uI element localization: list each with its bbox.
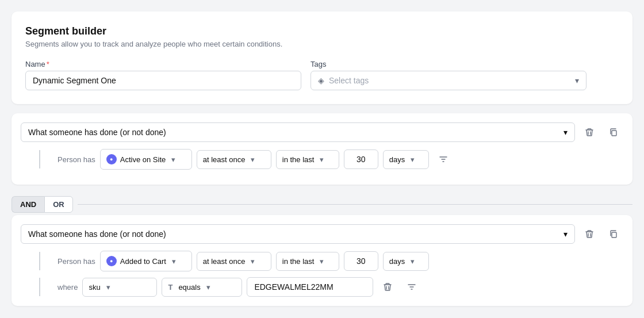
chevron-down-icon: ▾ (320, 155, 324, 164)
or-button[interactable]: OR (44, 196, 73, 213)
condition2-event-dropdown[interactable]: ● Added to Cart ▾ (100, 251, 192, 271)
condition2-where-filter-button[interactable] (402, 277, 421, 297)
and-button[interactable]: AND (12, 196, 44, 213)
condition2-copy-button[interactable] (604, 224, 623, 244)
name-label: Name* (25, 60, 301, 68)
person-has-label: Person has (57, 155, 95, 164)
chevron-down-icon: ▾ (411, 155, 415, 164)
condition2-header: What someone has done (or not done) ▾ (21, 224, 623, 244)
condition1-copy-button[interactable] (604, 122, 623, 142)
condition1-unit-dropdown[interactable]: days ▾ (383, 150, 429, 169)
condition1-event-dropdown[interactable]: ● Active on Site ▾ (100, 149, 192, 170)
filter-icon-2 (407, 282, 416, 292)
trash-icon (585, 128, 594, 137)
condition1-type-label: What someone has done (or not done) (28, 128, 166, 137)
condition2-type-label: What someone has done (or not done) (28, 229, 166, 239)
condition1-frequency-dropdown[interactable]: at least once ▾ (197, 150, 271, 169)
event-icon-2: ● (106, 256, 117, 266)
condition1-header: What someone has done (or not done) ▾ (21, 122, 623, 142)
condition2-unit-label: days (389, 257, 405, 266)
condition-block-1: What someone has done (or not done) ▾ Pe… (12, 113, 632, 185)
chevron-down-icon: ▾ (564, 128, 568, 137)
chevron-down-icon: ▾ (106, 283, 110, 292)
trash-icon-2 (383, 282, 392, 292)
indent-line (39, 252, 53, 270)
page-subtitle: Segments allow you to track and analyze … (25, 40, 619, 48)
condition2-frequency-dropdown[interactable]: at least once ▾ (197, 252, 271, 271)
condition2-time-dropdown[interactable]: in the last ▾ (276, 252, 339, 271)
person-has-label-2: Person has (57, 257, 95, 266)
condition1-unit-label: days (389, 155, 405, 164)
condition1-time-label: in the last (282, 155, 315, 164)
chevron-down-icon: ▾ (251, 257, 255, 266)
chevron-down-icon: ▾ (172, 257, 176, 266)
chevron-down-icon: ▾ (251, 155, 255, 164)
svg-rect-0 (612, 131, 616, 136)
condition2-time-label: in the last (282, 257, 315, 266)
segment-builder-card: Segment builder Segments allow you to tr… (12, 12, 632, 104)
connector-buttons: AND OR (12, 196, 73, 213)
copy-icon (609, 229, 618, 239)
connector-section: AND OR (12, 194, 632, 215)
condition-block-2: What someone has done (or not done) ▾ Pe… (12, 215, 632, 306)
text-t-icon: T (168, 283, 172, 292)
filter-icon (439, 155, 448, 164)
where-label: where (57, 283, 78, 292)
svg-rect-1 (612, 232, 616, 237)
indent-line (39, 150, 53, 168)
condition1-number-input[interactable] (344, 150, 378, 169)
condition1-delete-button[interactable] (580, 122, 599, 142)
chevron-down-icon: ▾ (206, 283, 210, 292)
condition1-event-label: Active on Site (120, 155, 166, 164)
condition2-unit-dropdown[interactable]: days ▾ (383, 252, 429, 271)
name-field-group: Name* (25, 60, 301, 90)
page-title: Segment builder (25, 25, 619, 37)
connector-line (78, 204, 632, 205)
condition1-type-select[interactable]: What someone has done (or not done) ▾ (21, 122, 575, 142)
condition1-time-dropdown[interactable]: in the last ▾ (276, 150, 339, 169)
condition2-property-dropdown[interactable]: sku ▾ (82, 278, 157, 297)
condition2-type-select[interactable]: What someone has done (or not done) ▾ (21, 224, 575, 244)
condition2-event-label: Added to Cart (120, 257, 166, 266)
indent-line-2 (39, 278, 53, 296)
name-input[interactable] (25, 71, 301, 90)
tags-select[interactable]: ◈ Select tags ▾ (310, 71, 586, 90)
tags-label: Tags (310, 60, 586, 68)
condition2-operator-label: equals (178, 283, 200, 292)
trash-icon (585, 229, 594, 239)
condition2-frequency-label: at least once (203, 257, 246, 266)
chevron-down-icon: ▾ (320, 257, 324, 266)
condition2-where-row: where sku ▾ T equals ▾ (21, 277, 623, 297)
tags-field-group: Tags ◈ Select tags ▾ (310, 60, 586, 90)
chevron-down-icon: ▾ (411, 257, 415, 266)
condition2-property-label: sku (89, 283, 100, 292)
chevron-down-icon: ▾ (575, 76, 579, 85)
condition1-filter-button[interactable] (434, 150, 453, 169)
event-icon: ● (106, 154, 117, 164)
condition2-where-delete-button[interactable] (378, 277, 397, 297)
tags-placeholder: Select tags (329, 76, 369, 85)
chevron-down-icon: ▾ (171, 155, 175, 164)
condition2-row: Person has ● Added to Cart ▾ at least on… (21, 251, 623, 271)
condition2-number-input[interactable] (344, 251, 378, 271)
chevron-down-icon: ▾ (564, 229, 568, 239)
condition1-row: Person has ● Active on Site ▾ at least o… (21, 149, 623, 170)
condition2-value-input[interactable] (247, 277, 373, 297)
condition2-delete-button[interactable] (580, 224, 599, 244)
tag-icon: ◈ (318, 76, 324, 85)
condition1-frequency-label: at least once (203, 155, 246, 164)
condition2-operator-dropdown[interactable]: T equals ▾ (162, 278, 242, 297)
copy-icon (609, 128, 618, 137)
